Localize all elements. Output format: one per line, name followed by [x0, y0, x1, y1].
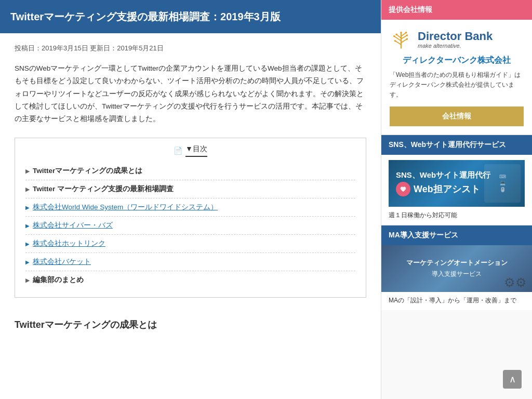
svg-point-11 [406, 34, 408, 36]
ma-service-card: マーケティングオートメーション 導入支援サービス ⚙⚙ MAの「設計・導入」から… [381, 245, 532, 310]
toc-item-6[interactable]: 株式会社バケット [25, 253, 355, 271]
ma-banner[interactable]: マーケティングオートメーション 導入支援サービス ⚙⚙ [381, 245, 532, 292]
toc-link-3[interactable]: 株式会社World Wide System（ワールドワイドシステム） [33, 203, 218, 212]
svg-point-7 [400, 32, 402, 34]
toc-item-2-text: Twitter マーケティング支援の最新相場調査 [33, 184, 174, 194]
svg-line-5 [401, 39, 407, 43]
ma-banner-text2: 導入支援サービス [432, 270, 482, 278]
article-title: Twitterマーケティング支援の最新相場調査：2019年3月版 [0, 0, 381, 33]
sidebar-provider-title: 提供会社情報 [381, 0, 532, 20]
table-of-contents: 📄 ▼目次 Twitterマーケティングの成果とは Twitter マーケティン… [15, 138, 366, 298]
keyboard-visual: ⌨💻🖱️ [499, 174, 506, 193]
toc-item-1[interactable]: Twitterマーケティングの成果とは [25, 162, 355, 180]
ma-caption: MAの「設計・導入」から「運用・改善」まで [381, 292, 532, 310]
sns-banner[interactable]: SNS、Webサイト運用代行 Web担アシスト ⌨💻🖱️ [389, 160, 525, 207]
svg-point-8 [395, 34, 397, 36]
toc-item-2[interactable]: Twitter マーケティング支援の最新相場調査 [25, 180, 355, 198]
db-logo-row: Director Bank make alternative. [390, 28, 524, 51]
sidebar-ma-section: MA導入支援サービス マーケティングオートメーション 導入支援サービス ⚙⚙ M… [381, 225, 532, 310]
sidebar-sns-title: SNS、Webサイト運用代行サービス [381, 135, 532, 155]
sns-logo-row: Web担アシスト [396, 182, 480, 196]
db-logo-sub: make alternative. [418, 43, 493, 49]
toc-link-6[interactable]: 株式会社バケット [33, 257, 91, 267]
toc-list: Twitterマーケティングの成果とは Twitter マーケティング支援の最新… [25, 162, 355, 289]
toc-label: ▼目次 [185, 144, 207, 157]
sidebar-sns-section: SNS、Webサイト運用代行サービス SNS、Webサイト運用代行 Web担アシ… [381, 135, 532, 225]
scroll-top-button[interactable]: ∧ [503, 370, 522, 389]
toc-item-4[interactable]: 株式会社サイバー・バズ [25, 217, 355, 235]
toc-item-1-text: Twitterマーケティングの成果とは [33, 166, 142, 176]
svg-point-9 [393, 35, 395, 37]
svg-point-12 [406, 38, 408, 40]
sns-service-card: SNS、Webサイト運用代行 Web担アシスト ⌨💻🖱️ [381, 155, 532, 225]
sidebar: 提供会社情報 [381, 0, 532, 399]
db-logo-text: Director Bank [418, 30, 493, 43]
web-tan-text: Web担アシスト [414, 183, 480, 195]
toc-header: 📄 ▼目次 [25, 144, 355, 157]
sns-caption: 週１日稼働から対応可能 [389, 211, 525, 220]
sidebar-ma-title: MA導入支援サービス [381, 225, 532, 245]
web-tan-icon [396, 182, 410, 196]
svg-point-13 [394, 40, 396, 42]
article-intro: SNSのWebマーケティング一環としてTwitterの企業アカウントを運用してい… [15, 62, 366, 125]
sns-banner-text: SNS、Webサイト運用代行 [396, 170, 490, 180]
db-logo-text-group: Director Bank make alternative. [418, 30, 493, 49]
svg-line-6 [395, 41, 401, 45]
sidebar-provider-section: 提供会社情報 [381, 0, 532, 135]
db-company-info-button[interactable]: 会社情報 [390, 107, 524, 126]
director-bank-card: Director Bank make alternative. ディレクターバン… [381, 20, 532, 135]
toc-item-7-text: 編集部のまとめ [33, 275, 84, 285]
ma-banner-text1: マーケティングオートメーション [406, 258, 508, 268]
db-tree-icon [390, 28, 413, 51]
article-meta: 投稿日：2019年3月15日 更新日：2019年5月21日 [15, 44, 366, 53]
sns-banner-image: ⌨💻🖱️ [484, 164, 521, 203]
toc-link-5[interactable]: 株式会社ホットリンク [33, 239, 105, 248]
svg-point-10 [405, 32, 407, 34]
doc-icon: 📄 [174, 147, 182, 155]
db-company-name: ディレクターバンク株式会社 [390, 55, 524, 66]
toc-item-3[interactable]: 株式会社World Wide System（ワールドワイドシステム） [25, 198, 355, 217]
scroll-up-icon: ∧ [509, 374, 516, 385]
db-description: 「Web担当者のための見積もり相場ガイド」はディレクターバンク株式会社が提供して… [390, 70, 524, 100]
svg-line-3 [401, 33, 406, 36]
toc-link-4[interactable]: 株式会社サイバー・バズ [33, 221, 113, 230]
section-heading-twitter: Twitterマーケティングの成果とは [15, 313, 366, 331]
toc-item-5[interactable]: 株式会社ホットリンク [25, 235, 355, 253]
gear-icon: ⚙⚙ [504, 275, 527, 290]
toc-item-7[interactable]: 編集部のまとめ [25, 271, 355, 289]
